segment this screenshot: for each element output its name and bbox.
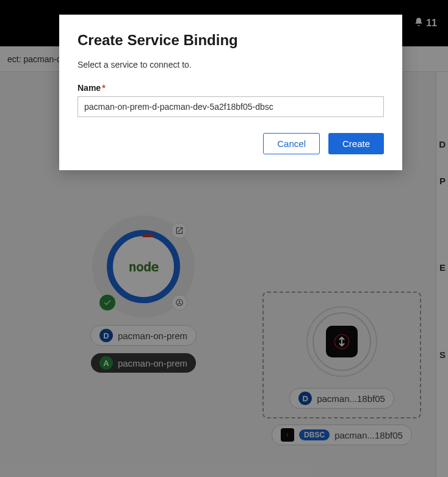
required-marker: * [102, 83, 105, 93]
create-button[interactable]: Create [328, 133, 384, 154]
modal-subtitle: Select a service to connect to. [78, 60, 384, 70]
name-input[interactable] [78, 96, 384, 117]
name-field-label: Name* [78, 83, 384, 93]
modal-title: Create Service Binding [78, 32, 384, 49]
cancel-button[interactable]: Cancel [263, 133, 320, 154]
create-service-binding-modal: Create Service Binding Select a service … [59, 15, 402, 170]
modal-actions: Cancel Create [78, 133, 384, 154]
